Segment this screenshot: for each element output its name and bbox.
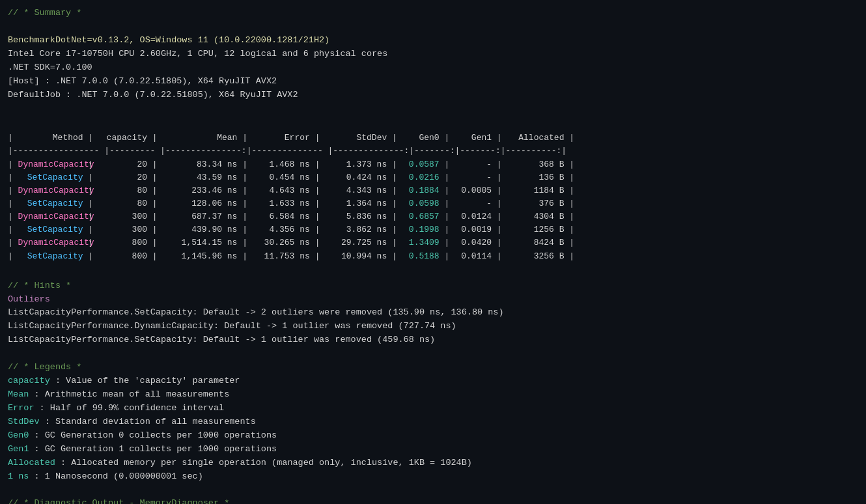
legend-key-error: Error: [8, 403, 35, 413]
blank-line-4: [8, 266, 858, 279]
legend-sep-mean: : Arithmetic mean of all measurements: [29, 389, 229, 399]
legend-sep-1ns: : 1 Nanosecond (0.000000001 sec): [29, 471, 203, 481]
hints-section: // * Hints * Outliers ListCapacityPerfor…: [8, 279, 858, 348]
legends-comment: // * Legends *: [8, 361, 858, 374]
table-row-2: | DynamicCapacity | 80 | 233.46 ns | 4.6…: [8, 184, 858, 197]
legend-sep: : Value of the 'capacity' parameter: [50, 376, 240, 385]
host-line: [Host] : .NET 7.0.0 (7.0.22.51805), X64 …: [8, 75, 858, 89]
legend-key-allocated: Allocated: [8, 458, 55, 468]
legend-item-error: Error : Half of 99.9% confidence interva…: [8, 402, 858, 415]
table-row-0: | DynamicCapacity | 20 | 83.34 ns | 1.46…: [8, 158, 858, 171]
outlier-line-0: ListCapacityPerformance.SetCapacity: Def…: [8, 306, 858, 320]
table-separator: |----------------- |--------- |---------…: [8, 145, 858, 158]
blank-line-1: [8, 20, 858, 34]
legend-key-stddev: StdDev: [8, 417, 40, 427]
outlier-line-1: ListCapacityPerformance.DynamicCapacity:…: [8, 320, 858, 333]
table-row-3: | SetCapacity | 80 | 128.06 ns | 1.633 n…: [8, 197, 858, 210]
legends-section: // * Legends * capacity : Value of the '…: [8, 361, 858, 483]
cpu-line: Intel Core i7-10750H CPU 2.60GHz, 1 CPU,…: [8, 48, 858, 61]
outliers-label: Outliers: [8, 293, 858, 307]
terminal-output: // * Summary * BenchmarkDotNet=v0.13.2, …: [8, 7, 858, 504]
legend-sep-allocated: : Allocated memory per single operation …: [55, 458, 472, 468]
diagnostic-comment: // * Diagnostic Output - MemoryDiagnoser…: [8, 497, 858, 504]
legend-key-1ns: 1 ns: [8, 471, 29, 481]
legend-item-gen1: Gen1 : GC Generation 1 collects per 1000…: [8, 443, 858, 456]
legend-key-mean: Mean: [8, 389, 29, 399]
table-container: | Method | capacity | Mean | Error | Std…: [8, 132, 858, 262]
legend-sep-stddev: : Standard deviation of all measurements: [40, 417, 256, 427]
table-row-7: | SetCapacity | 800 | 1,145.96 ns | 11.7…: [8, 250, 858, 263]
outlier-line-2: ListCapacityPerformance.SetCapacity: Def…: [8, 333, 858, 347]
legend-sep-gen1: : GC Generation 1 collects per 1000 oper…: [29, 444, 277, 454]
legend-item-allocated: Allocated : Allocated memory per single …: [8, 456, 858, 470]
legend-item-mean: Mean : Arithmetic mean of all measuremen…: [8, 388, 858, 402]
default-job-line: DefaultJob : .NET 7.0.0 (7.0.22.51805), …: [8, 89, 858, 102]
table-row-5: | SetCapacity | 300 | 439.90 ns | 4.356 …: [8, 223, 858, 236]
header-pipe1: |: [8, 133, 18, 143]
legend-key-capacity: capacity: [8, 376, 50, 385]
table-row-1: | SetCapacity | 20 | 43.59 ns | 0.454 ns…: [8, 171, 858, 184]
legend-item-stddev: StdDev : Standard deviation of all measu…: [8, 415, 858, 429]
sdk-line: .NET SDK=7.0.100: [8, 61, 858, 75]
summary-comment: // * Summary *: [8, 7, 858, 20]
table-header: | Method | capacity | Mean | Error | Std…: [8, 132, 858, 145]
blank-line-6: [8, 483, 858, 497]
benchmark-info: BenchmarkDotNet=v0.13.2, OS=Windows 11 (…: [8, 34, 858, 102]
legend-item-gen0: Gen0 : GC Generation 0 collects per 1000…: [8, 429, 858, 443]
blank-line-5: [8, 347, 858, 361]
table-row-4: | DynamicCapacity | 300 | 687.37 ns | 6.…: [8, 210, 858, 223]
blank-line-2: [8, 102, 858, 115]
legend-sep-gen0: : GC Generation 0 collects per 1000 oper…: [29, 430, 277, 440]
legend-item-1ns: 1 ns : 1 Nanosecond (0.000000001 sec): [8, 470, 858, 484]
legend-key-gen0: Gen0: [8, 430, 29, 440]
legend-item-capacity: capacity : Value of the 'capacity' param…: [8, 374, 858, 388]
hints-comment: // * Hints *: [8, 279, 858, 293]
benchmark-line: BenchmarkDotNet=v0.13.2, OS=Windows 11 (…: [8, 34, 858, 48]
legend-sep-error: : Half of 99.9% confidence interval: [35, 403, 225, 413]
table-row-6: | DynamicCapacity | 800 | 1,514.15 ns | …: [8, 236, 858, 249]
blank-line-3: [8, 115, 858, 129]
legend-key-gen1: Gen1: [8, 444, 29, 454]
